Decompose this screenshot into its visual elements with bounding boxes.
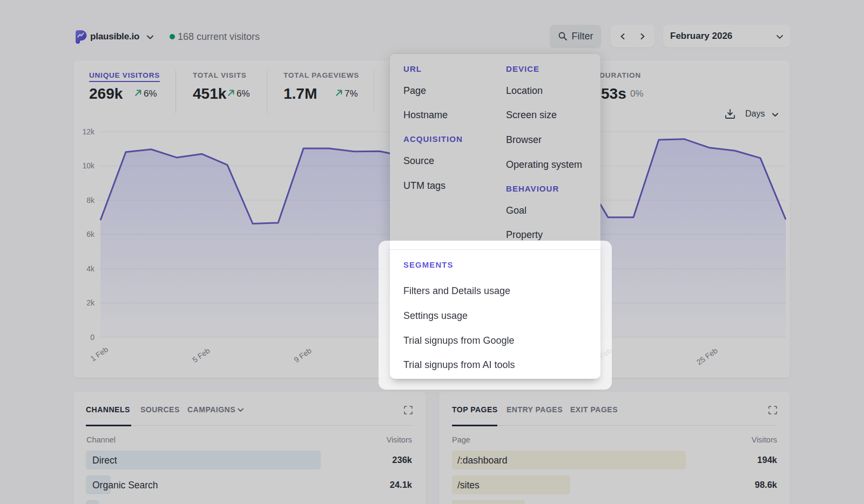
svg-text:12k: 12k xyxy=(82,127,95,136)
svg-text:1 Feb: 1 Feb xyxy=(89,345,110,363)
svg-text:6k: 6k xyxy=(86,230,95,239)
svg-text:10k: 10k xyxy=(82,161,95,170)
svg-text:9 Feb: 9 Feb xyxy=(292,346,313,364)
svg-text:8k: 8k xyxy=(86,196,95,205)
svg-text:4k: 4k xyxy=(86,264,95,273)
svg-text:2k: 2k xyxy=(86,298,95,307)
svg-text:5 Feb: 5 Feb xyxy=(191,346,212,364)
svg-text:0: 0 xyxy=(90,333,94,342)
svg-text:25 Feb: 25 Feb xyxy=(695,346,719,366)
